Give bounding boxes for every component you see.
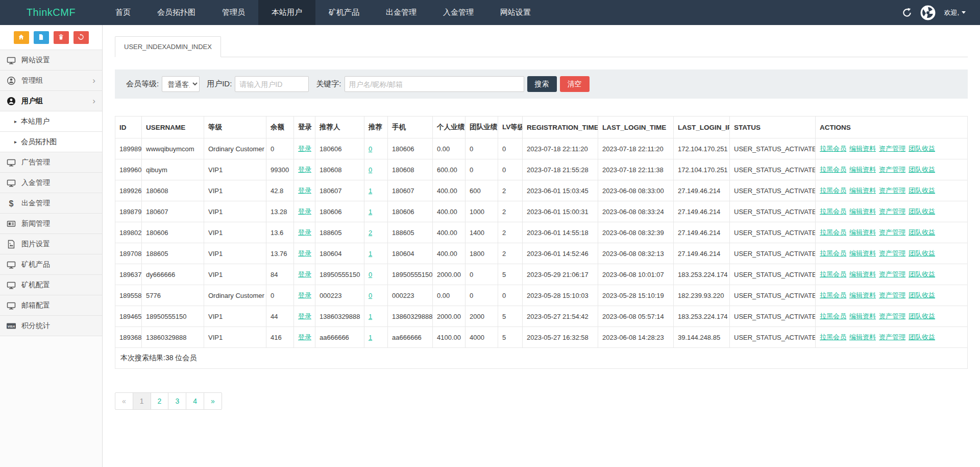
action-link-blacklist[interactable]: 拉黑会员 (820, 166, 846, 173)
sidebar-item-ad-management[interactable]: 广告管理 (0, 152, 102, 173)
action-link-edit-profile[interactable]: 编辑资料 (849, 291, 876, 299)
action-link-blacklist[interactable]: 拉黑会员 (820, 291, 846, 299)
login-link[interactable]: 登录 (298, 207, 311, 215)
referral-count-link[interactable]: 0 (369, 166, 372, 174)
sidebar-item-user-group[interactable]: 用户组› (0, 91, 102, 111)
sidebar-item-deposit-management[interactable]: 入金管理 (0, 173, 102, 193)
pagination-page-1[interactable]: 1 (133, 392, 151, 410)
action-link-blacklist[interactable]: 拉黑会员 (820, 312, 846, 320)
action-link-edit-profile[interactable]: 编辑资料 (849, 333, 876, 341)
action-link-edit-profile[interactable]: 编辑资料 (849, 186, 876, 194)
pagination-next[interactable]: » (204, 392, 222, 410)
sidebar-item-miner-products[interactable]: 矿机产品 (0, 254, 102, 275)
action-link-asset-management[interactable]: 资产管理 (879, 228, 905, 236)
recycle-button[interactable] (74, 31, 89, 44)
sidebar-item-points-statistics[interactable]: VISA积分统计 (0, 316, 102, 336)
referral-count-link[interactable]: 1 (369, 187, 372, 195)
trash-button[interactable] (54, 31, 69, 44)
action-link-blacklist[interactable]: 拉黑会员 (820, 333, 846, 341)
action-link-team-earnings[interactable]: 团队收益 (909, 166, 935, 173)
referral-count-link[interactable]: 0 (369, 145, 372, 153)
refresh-icon[interactable] (902, 8, 912, 18)
action-link-edit-profile[interactable]: 编辑资料 (849, 270, 876, 278)
action-link-team-earnings[interactable]: 团队收益 (909, 145, 935, 152)
sidebar-item-admin-group[interactable]: 管理组› (0, 71, 102, 91)
login-link[interactable]: 登录 (298, 145, 311, 152)
nav-item-withdrawal-management[interactable]: 出金管理 (373, 0, 430, 25)
nav-item-home[interactable]: 首页 (102, 0, 144, 25)
keyword-input[interactable] (345, 76, 524, 92)
action-link-edit-profile[interactable]: 编辑资料 (849, 312, 876, 320)
sidebar-item-miner-config[interactable]: 矿机配置 (0, 275, 102, 295)
referral-count-link[interactable]: 1 (369, 250, 372, 258)
referral-count-link[interactable]: 1 (369, 334, 372, 341)
action-link-asset-management[interactable]: 资产管理 (879, 312, 905, 320)
action-link-team-earnings[interactable]: 团队收益 (909, 186, 935, 194)
action-link-blacklist[interactable]: 拉黑会员 (820, 145, 846, 152)
avatar[interactable] (920, 5, 936, 20)
nav-item-deposit-management[interactable]: 入金管理 (430, 0, 487, 25)
referral-count-link[interactable]: 1 (369, 313, 372, 320)
nav-item-member-topology[interactable]: 会员拓扑图 (144, 0, 209, 25)
file-button[interactable] (34, 31, 49, 44)
action-link-asset-management[interactable]: 资产管理 (879, 166, 905, 173)
pagination-page-4[interactable]: 4 (186, 392, 204, 410)
action-link-team-earnings[interactable]: 团队收益 (909, 270, 935, 278)
tab-user-index[interactable]: USER_INDEXADMIN_INDEX (115, 36, 221, 57)
action-link-asset-management[interactable]: 资产管理 (879, 249, 905, 257)
action-link-team-earnings[interactable]: 团队收益 (909, 312, 935, 320)
pagination-page-2[interactable]: 2 (151, 392, 169, 410)
action-link-asset-management[interactable]: 资产管理 (879, 333, 905, 341)
nav-item-admins[interactable]: 管理员 (209, 0, 258, 25)
action-link-edit-profile[interactable]: 编辑资料 (849, 145, 876, 152)
login-link[interactable]: 登录 (298, 270, 311, 278)
action-link-asset-management[interactable]: 资产管理 (879, 291, 905, 299)
login-link[interactable]: 登录 (298, 291, 311, 299)
action-link-edit-profile[interactable]: 编辑资料 (849, 207, 876, 215)
sidebar-item-site-settings[interactable]: 网站设置 (0, 50, 102, 71)
search-button[interactable]: 搜索 (527, 76, 557, 92)
nav-item-site-users[interactable]: 本站用户 (258, 0, 315, 25)
pagination-page-3[interactable]: 3 (168, 392, 186, 410)
login-link[interactable]: 登录 (298, 312, 311, 320)
clear-button[interactable]: 清空 (560, 76, 590, 92)
action-link-team-earnings[interactable]: 团队收益 (909, 333, 935, 341)
userid-input[interactable] (235, 76, 309, 92)
sidebar-item-image-settings[interactable]: 图片设置 (0, 234, 102, 254)
action-link-blacklist[interactable]: 拉黑会员 (820, 228, 846, 236)
member-level-select[interactable]: 普通客户 (162, 76, 200, 92)
login-link[interactable]: 登录 (298, 249, 311, 257)
action-link-edit-profile[interactable]: 编辑资料 (849, 166, 876, 173)
action-link-blacklist[interactable]: 拉黑会员 (820, 249, 846, 257)
action-link-team-earnings[interactable]: 团队收益 (909, 249, 935, 257)
action-link-edit-profile[interactable]: 编辑资料 (849, 228, 876, 236)
action-link-blacklist[interactable]: 拉黑会员 (820, 207, 846, 215)
action-link-asset-management[interactable]: 资产管理 (879, 145, 905, 152)
action-link-asset-management[interactable]: 资产管理 (879, 186, 905, 194)
nav-item-miner-products[interactable]: 矿机产品 (315, 0, 373, 25)
nav-item-site-settings[interactable]: 网站设置 (487, 0, 544, 25)
referral-count-link[interactable]: 0 (369, 271, 372, 278)
login-link[interactable]: 登录 (298, 333, 311, 341)
referral-count-link[interactable]: 0 (369, 292, 372, 299)
sidebar-item-news-management[interactable]: 新闻管理 (0, 214, 102, 234)
action-link-blacklist[interactable]: 拉黑会员 (820, 186, 846, 194)
sidebar-item-email-config[interactable]: 邮箱配置 (0, 295, 102, 316)
action-link-team-earnings[interactable]: 团队收益 (909, 207, 935, 215)
action-link-team-earnings[interactable]: 团队收益 (909, 291, 935, 299)
sidebar-item-site-users[interactable]: ▸本站用户 (0, 111, 102, 132)
sidebar-item-member-topology[interactable]: ▸会员拓扑图 (0, 132, 102, 152)
referral-count-link[interactable]: 1 (369, 208, 372, 216)
action-link-edit-profile[interactable]: 编辑资料 (849, 249, 876, 257)
referral-count-link[interactable]: 2 (369, 229, 372, 237)
action-link-blacklist[interactable]: 拉黑会员 (820, 270, 846, 278)
action-link-team-earnings[interactable]: 团队收益 (909, 228, 935, 236)
sidebar-item-withdrawal-management[interactable]: $出金管理 (0, 193, 102, 214)
login-link[interactable]: 登录 (298, 228, 311, 236)
action-link-asset-management[interactable]: 资产管理 (879, 207, 905, 215)
login-link[interactable]: 登录 (298, 186, 311, 194)
login-link[interactable]: 登录 (298, 166, 311, 173)
home-button[interactable] (14, 31, 29, 44)
action-link-asset-management[interactable]: 资产管理 (879, 270, 905, 278)
welcome-dropdown[interactable]: 欢迎, (944, 8, 966, 17)
